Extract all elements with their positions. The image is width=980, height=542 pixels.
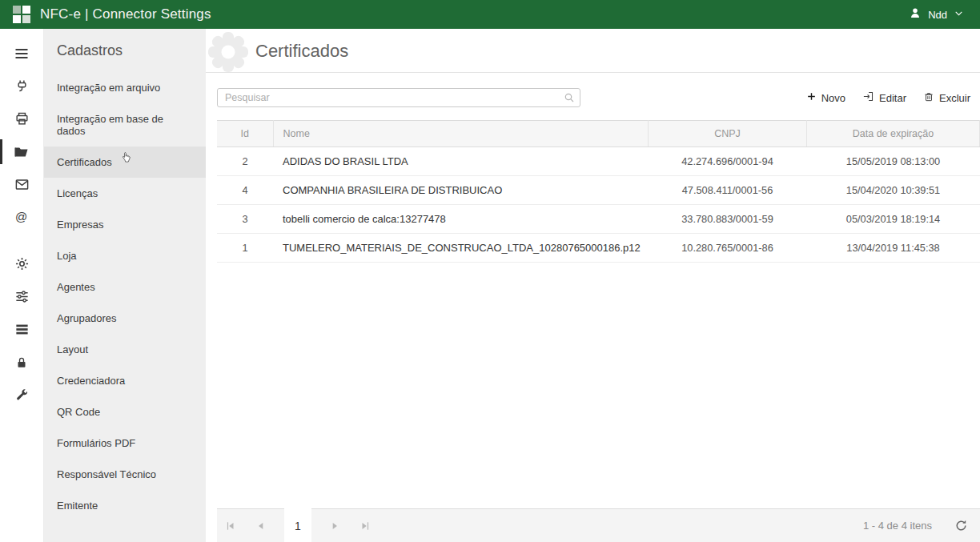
sidebar-item-integracao-arquivo[interactable]: Integração em arquivo [44, 72, 206, 103]
wrench-icon[interactable] [0, 379, 43, 412]
column-header-cnpj[interactable]: CNPJ [649, 121, 807, 147]
layers-icon[interactable] [0, 313, 43, 346]
cell-id: 2 [217, 147, 273, 176]
first-page-button[interactable] [223, 519, 238, 533]
user-name[interactable]: Ndd [928, 9, 947, 21]
table-row[interactable]: 3 tobelli comercio de calca:13277478 33.… [217, 205, 980, 234]
certificates-folder-icon[interactable] [0, 135, 43, 168]
column-header-id[interactable]: Id [217, 121, 273, 147]
sidebar-item-agentes[interactable]: Agentes [44, 271, 206, 303]
app-logo-icon [13, 6, 30, 23]
pager-info: 1 - 4 de 4 itens [863, 520, 932, 532]
chevron-down-icon[interactable] [954, 7, 964, 22]
search-input[interactable] [217, 88, 580, 107]
column-header-data-expiracao[interactable]: Data de expiração [807, 121, 980, 147]
mail-icon[interactable] [0, 168, 43, 201]
editar-button[interactable]: Editar [862, 90, 906, 105]
previous-page-button[interactable] [254, 519, 268, 533]
sidebar-item-formularios-pdf[interactable]: Formulários PDF [44, 428, 206, 459]
sliders-icon[interactable] [0, 280, 43, 313]
sidebar-item-licencas[interactable]: Licenças [44, 178, 206, 209]
certificates-table: Id Nome CNPJ Data de expiração 2 ADIDAS … [217, 120, 980, 508]
cell-nome: TUMELERO_MATERIAIS_DE_CONSTRUCAO_LTDA_10… [273, 234, 649, 263]
page-header: Certificados [206, 29, 980, 73]
cell-cnpj: 10.280.765/0001-86 [649, 234, 807, 263]
cell-cnpj: 33.780.883/0001-59 [649, 205, 807, 234]
at-icon[interactable]: @ [0, 201, 43, 234]
table-row[interactable]: 4 COMPANHIA BRASILEIRA DE DISTRIBUICAO 4… [217, 176, 980, 205]
sidebar-item-emitente[interactable]: Emitente [44, 490, 206, 521]
menu-icon[interactable] [0, 37, 43, 70]
pager: 1 1 - 4 de 4 itens [217, 508, 980, 542]
topbar: NFC-e | Connector Settings Ndd [0, 0, 980, 29]
page-title: Certificados [255, 41, 348, 62]
mouse-cursor-icon [120, 151, 132, 167]
sidebar-item-integracao-base-dados[interactable]: Integração em base de dados [44, 103, 206, 147]
table-header-row: Id Nome CNPJ Data de expiração [217, 121, 980, 147]
cell-expiracao: 15/05/2019 08:13:00 [807, 147, 980, 176]
trash-icon [923, 91, 934, 105]
cell-cnpj: 47.508.411/0001-56 [649, 176, 807, 205]
main-content: Certificados Novo Editar [206, 29, 980, 542]
cell-expiracao: 15/04/2020 10:39:51 [807, 176, 980, 205]
cell-cnpj: 42.274.696/0001-94 [649, 147, 807, 176]
page-gear-badge-icon [207, 31, 249, 76]
cell-id: 4 [217, 176, 273, 205]
sidebar-item-qr-code[interactable]: QR Code [44, 396, 206, 428]
connector-icon[interactable] [0, 70, 43, 102]
settings-gear-icon[interactable] [0, 247, 43, 280]
cell-nome: COMPANHIA BRASILEIRA DE DISTRIBUICAO [273, 176, 649, 205]
sidebar-item-empresas[interactable]: Empresas [44, 209, 206, 240]
sidebar-item-agrupadores[interactable]: Agrupadores [44, 303, 206, 334]
sidebar: Cadastros Integração em arquivo Integraç… [44, 29, 206, 542]
user-menu[interactable]: Ndd [909, 6, 964, 22]
excluir-button[interactable]: Excluir [923, 91, 970, 105]
cell-nome: ADIDAS DO BRASIL LTDA [273, 147, 649, 176]
sidebar-item-loja[interactable]: Loja [44, 240, 206, 271]
sidebar-title: Cadastros [44, 29, 206, 72]
cell-expiracao: 13/04/2019 11:45:38 [807, 234, 980, 263]
table-row[interactable]: 1 TUMELERO_MATERIAIS_DE_CONSTRUCAO_LTDA_… [217, 234, 980, 263]
last-page-button[interactable] [358, 519, 372, 533]
sidebar-item-layout[interactable]: Layout [44, 334, 206, 365]
refresh-icon[interactable] [953, 518, 969, 534]
search-box [217, 88, 580, 107]
novo-button[interactable]: Novo [806, 91, 845, 104]
tools-row: Novo Editar Excluir [206, 73, 980, 114]
sidebar-item-responsavel-tecnico[interactable]: Responsável Técnico [44, 459, 206, 490]
app-title: NFC-e | Connector Settings [40, 6, 211, 22]
sidebar-item-label: Certificados [57, 156, 112, 168]
cell-expiracao: 05/03/2019 18:19:14 [807, 205, 980, 234]
next-page-button[interactable] [327, 519, 342, 533]
current-page-button[interactable]: 1 [284, 509, 311, 542]
edit-icon [862, 90, 874, 105]
cell-nome: tobelli comercio de calca:13277478 [273, 205, 649, 234]
icon-rail: @ [0, 29, 44, 542]
column-header-nome[interactable]: Nome [273, 121, 649, 147]
search-icon[interactable] [563, 91, 576, 107]
table-row[interactable]: 2 ADIDAS DO BRASIL LTDA 42.274.696/0001-… [217, 147, 980, 176]
svg-text:@: @ [15, 210, 27, 223]
printer-icon[interactable] [0, 102, 43, 135]
cell-id: 3 [217, 205, 273, 234]
sidebar-item-certificados[interactable]: Certificados [44, 147, 206, 178]
cell-id: 1 [217, 234, 273, 263]
sidebar-item-credenciadora[interactable]: Credenciadora [44, 365, 206, 396]
plus-icon [806, 91, 817, 104]
user-icon [909, 6, 922, 22]
lock-icon[interactable] [0, 346, 43, 379]
toolbar: Novo Editar Excluir [806, 90, 970, 105]
app-shell: @ Cadastros Integração em arquivo Integr… [0, 29, 980, 542]
